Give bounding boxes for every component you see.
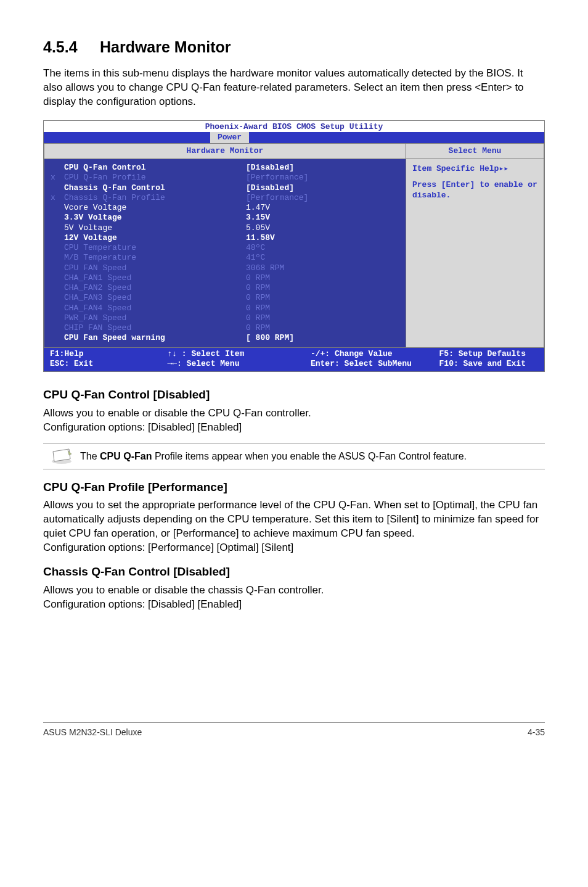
bios-row-label: Vcore Voltage xyxy=(64,203,221,213)
bios-row: CPU Temperature 48ºC xyxy=(44,243,406,253)
bios-row-marker xyxy=(51,233,64,243)
bios-row-label: 12V Voltage xyxy=(64,233,221,243)
bios-row: CHIP FAN Speed 0 RPM xyxy=(44,323,406,333)
page-footer: ASUS M2N32-SLI Deluxe 4-35 xyxy=(43,722,545,738)
bios-row-value: 41ºC xyxy=(221,253,399,263)
bios-row: 12V Voltage 11.58V xyxy=(44,233,406,243)
bios-screenshot: Phoenix-Award BIOS CMOS Setup Utility Po… xyxy=(43,120,545,373)
bios-f10: F10: Save and Exit xyxy=(439,359,538,369)
bios-row: CHA_FAN2 Speed 0 RPM xyxy=(44,283,406,293)
bios-row-value: [Disabled] xyxy=(221,163,399,173)
footer-page-number: 4-35 xyxy=(528,727,545,738)
section-heading: 4.5.4 Hardware Monitor xyxy=(43,37,545,58)
bios-footer-col2: ↑↓ : Select Item →←: Select Menu xyxy=(149,349,286,369)
bios-row: Chassis Q-Fan Control[Disabled] xyxy=(44,183,406,193)
bios-row-marker xyxy=(51,213,64,223)
bios-row-marker xyxy=(51,183,64,193)
bios-row: PWR_FAN Speed 0 RPM xyxy=(44,313,406,323)
bios-menubar: Power xyxy=(44,132,544,143)
bios-row-label: CPU Fan Speed warning xyxy=(64,333,221,343)
bios-f1: F1:Help xyxy=(50,349,149,359)
bios-footer-col1: F1:Help ESC: Exit xyxy=(50,349,149,369)
bios-row: 5V Voltage 5.05V xyxy=(44,223,406,233)
bios-row: xCPU Q-Fan Profile[Performance] xyxy=(44,173,406,183)
bios-row-marker xyxy=(51,273,64,283)
bios-right-panel: Select Menu Item Specific Help▸▸ Press [… xyxy=(406,143,544,348)
bios-row-value: 3068 RPM xyxy=(221,263,399,273)
paragraph: Allows you to enable or disable the CPU … xyxy=(43,406,545,435)
bios-row-value: 0 RPM xyxy=(221,313,399,323)
bios-esc: ESC: Exit xyxy=(50,359,149,369)
bios-row-label: CPU FAN Speed xyxy=(64,263,221,273)
bios-row-marker xyxy=(51,313,64,323)
note-suffix: Profile items appear when you enable the… xyxy=(152,451,467,461)
bios-row-label: M/B Temperature xyxy=(64,253,221,263)
bios-row-label: CHA_FAN1 Speed xyxy=(64,273,221,283)
text: Configuration options: [Performance] [Op… xyxy=(43,542,293,553)
text: Allows you to enable or disable the CPU … xyxy=(43,407,311,419)
bios-row-marker xyxy=(51,263,64,273)
note-text: The CPU Q-Fan Profile items appear when … xyxy=(80,450,467,463)
bios-row-label: CPU Temperature xyxy=(64,243,221,253)
section-number: 4.5.4 xyxy=(43,37,96,58)
bios-footer-col4: F5: Setup Defaults F10: Save and Exit xyxy=(439,349,538,369)
subheading-cpu-qfan-profile: CPU Q-Fan Profile [Performance] xyxy=(43,479,545,495)
bios-row-marker xyxy=(51,203,64,213)
bios-row-marker: x xyxy=(51,173,64,183)
subheading-chassis-qfan-control: Chassis Q-Fan Control [Disabled] xyxy=(43,564,545,580)
bios-row-label: CHA_FAN2 Speed xyxy=(64,283,221,293)
bios-row: CPU Q-Fan Control[Disabled] xyxy=(44,163,406,173)
bios-row-marker xyxy=(51,223,64,233)
bios-row-marker xyxy=(51,293,64,303)
bios-row-label: PWR_FAN Speed xyxy=(64,313,221,323)
intro-paragraph: The items in this sub-menu displays the … xyxy=(43,67,545,109)
bios-help-title: Item Specific Help▸▸ xyxy=(412,164,537,174)
note-prefix: The xyxy=(80,451,100,461)
bios-row-label: CHA_FAN4 Speed xyxy=(64,303,221,313)
bios-enter-submenu: Enter: Select SubMenu xyxy=(311,359,439,369)
bios-row-marker xyxy=(51,283,64,293)
bios-row-label: CHIP FAN Speed xyxy=(64,323,221,333)
footer-product: ASUS M2N32-SLI Deluxe xyxy=(43,727,142,738)
bios-row-value: 3.15V xyxy=(221,213,399,223)
bios-row-label: CHA_FAN3 Speed xyxy=(64,293,221,303)
bios-help-body: Press [Enter] to enable or disable. xyxy=(412,180,537,200)
subheading-cpu-qfan-control: CPU Q-Fan Control [Disabled] xyxy=(43,387,545,403)
text: Allows you to set the appropriate perfor… xyxy=(43,499,539,539)
bios-row: CHA_FAN3 Speed 0 RPM xyxy=(44,293,406,303)
bios-right-title: Select Menu xyxy=(406,144,544,159)
bios-row-marker: x xyxy=(51,193,64,203)
bios-footer-col3: -/+: Change Value Enter: Select SubMenu xyxy=(286,349,439,369)
bios-row-value: [Disabled] xyxy=(221,183,399,193)
bios-row-marker xyxy=(51,253,64,263)
bios-row-value: 48ºC xyxy=(221,243,399,253)
bios-row-value: 5.05V xyxy=(221,223,399,233)
bios-row-label: 5V Voltage xyxy=(64,223,221,233)
bios-row-marker xyxy=(51,323,64,333)
bios-left-panel: Hardware Monitor CPU Q-Fan Control[Disab… xyxy=(44,143,406,348)
bios-row-value: 0 RPM xyxy=(221,303,399,313)
note-bold: CPU Q-Fan xyxy=(100,451,152,461)
bios-f5: F5: Setup Defaults xyxy=(439,349,538,359)
note-callout: The CPU Q-Fan Profile items appear when … xyxy=(43,444,545,469)
bios-change-value: -/+: Change Value xyxy=(311,349,439,359)
bios-row-label: CPU Q-Fan Profile xyxy=(64,173,221,183)
bios-row: M/B Temperature 41ºC xyxy=(44,253,406,263)
bios-row-value: [Performance] xyxy=(221,173,399,183)
bios-row: Vcore Voltage 1.47V xyxy=(44,203,406,213)
bios-select-item: ↑↓ : Select Item xyxy=(167,349,286,359)
bios-select-menu: →←: Select Menu xyxy=(167,359,286,369)
bios-footer: F1:Help ESC: Exit ↑↓ : Select Item →←: S… xyxy=(44,348,544,372)
bios-row-marker xyxy=(51,303,64,313)
text: Configuration options: [Disabled] [Enabl… xyxy=(43,598,242,610)
bios-title: Phoenix-Award BIOS CMOS Setup Utility xyxy=(44,121,544,132)
bios-left-title: Hardware Monitor xyxy=(44,144,406,159)
bios-row: 3.3V Voltage 3.15V xyxy=(44,213,406,223)
bios-row-label: Chassis Q-Fan Control xyxy=(64,183,221,193)
text: Configuration options: [Disabled] [Enabl… xyxy=(43,421,242,433)
bios-row-value: 0 RPM xyxy=(221,273,399,283)
bios-row-marker xyxy=(51,163,64,173)
bios-row: xChassis Q-Fan Profile[Performance] xyxy=(44,193,406,203)
bios-row-label: 3.3V Voltage xyxy=(64,213,221,223)
bios-row: CHA_FAN1 Speed 0 RPM xyxy=(44,273,406,283)
